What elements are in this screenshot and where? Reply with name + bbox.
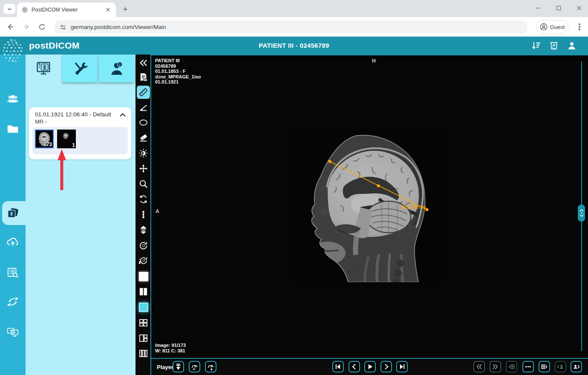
chevron-down-icon: [7, 7, 12, 12]
player-label: Player: [157, 364, 173, 370]
orientation-marker-left: A: [156, 208, 159, 214]
tab-close-icon[interactable]: ✕: [104, 6, 112, 14]
study-collapse-icon[interactable]: [119, 112, 126, 119]
patient-next-button[interactable]: [571, 361, 582, 372]
ellipse-roi-button[interactable]: [137, 116, 150, 129]
layout-2x2-button[interactable]: [137, 316, 150, 329]
sidebar-item-remote[interactable]: [0, 320, 26, 343]
site-settings-icon[interactable]: [60, 24, 66, 31]
speed-increase-button[interactable]: [205, 361, 216, 372]
series-thumbnail-selected[interactable]: 173: [35, 130, 54, 148]
stack-scrollbar-handle[interactable]: [578, 205, 585, 222]
profile-label: Guest: [550, 24, 565, 30]
forward-button[interactable]: [20, 21, 32, 33]
first-frame-button[interactable]: [332, 361, 344, 372]
series-thumbnail-2[interactable]: 1: [57, 130, 76, 148]
last-frame-button[interactable]: [396, 361, 408, 372]
sidebar-item-sync[interactable]: [0, 291, 26, 313]
pan-button[interactable]: [137, 162, 150, 175]
sort-list-icon[interactable]: [531, 40, 542, 51]
layout-1-2-button[interactable]: [137, 332, 150, 345]
tab-viewer[interactable]: [26, 55, 61, 82]
patient-info-overlay: PATIENT III 02456789 01.01.1853 - F dzne…: [155, 58, 201, 85]
account-icon[interactable]: [567, 40, 578, 51]
reset-settings-button[interactable]: [137, 239, 150, 252]
next-frame-button[interactable]: [380, 361, 392, 372]
sidebar-item-image-viewer[interactable]: [0, 202, 26, 224]
measurement-value[interactable]: 183.96mm: [394, 204, 426, 210]
orientation-marker-top: H: [372, 58, 376, 64]
sidebar-item-worklist[interactable]: [0, 262, 26, 284]
previous-frame-button[interactable]: [349, 361, 360, 372]
stack-sort-button[interactable]: [137, 223, 150, 237]
thumbnail-image-count: 173: [43, 141, 52, 147]
window-close-button[interactable]: [573, 3, 585, 14]
image-counter: Image: 91/173: [155, 343, 186, 348]
recycle-bin-icon[interactable]: [549, 40, 560, 51]
angle-measure-button[interactable]: [137, 101, 150, 114]
patient-name: PATIENT III: [155, 58, 201, 63]
report-view-button[interactable]: [137, 71, 150, 84]
patient-dob-sex: 01.01.1853 - F: [155, 69, 201, 74]
tab-search-button[interactable]: [3, 4, 15, 14]
browser-profile-button[interactable]: Guest: [536, 20, 568, 34]
back-button[interactable]: [4, 21, 16, 33]
postdicom-brand-mark: [1, 38, 25, 63]
sidebar-item-patients[interactable]: [0, 88, 26, 110]
cloud-upload-icon: [6, 236, 19, 248]
previous-study-button[interactable]: [473, 361, 485, 372]
zoom-button[interactable]: [137, 177, 150, 190]
next-study-button[interactable]: [490, 361, 501, 372]
patient-previous-button[interactable]: [555, 361, 566, 372]
scroll-stack-button[interactable]: [137, 208, 150, 221]
folder-icon: [6, 122, 19, 135]
study-card[interactable]: 01.01.1921 12:06:40 - Default MR - 173: [29, 107, 131, 159]
study-date: 01.01.1921: [155, 79, 201, 85]
address-bar[interactable]: germany.postdicom.com/Viewer/Main: [54, 20, 527, 34]
main-sidebar: [0, 55, 26, 375]
window-maximize-button[interactable]: [552, 3, 565, 14]
image-viewport[interactable]: 183.96mm PATIENT III 02456789 01.01.1853…: [151, 55, 588, 358]
window-minimize-button[interactable]: [532, 3, 545, 14]
study-modality: MR -: [35, 118, 47, 125]
viewer-tool-column: [135, 55, 151, 375]
sidebar-item-upload[interactable]: [0, 231, 26, 253]
player-bar: Player: [151, 358, 588, 375]
url-text: germany.postdicom.com/Viewer/Main: [71, 24, 166, 30]
more-options-button[interactable]: [522, 361, 534, 372]
layout-current-button[interactable]: [137, 300, 150, 314]
window-level-button[interactable]: [137, 147, 150, 160]
ruler-measure-button[interactable]: [137, 86, 150, 99]
sync-arrows-icon: [6, 295, 19, 308]
layout-1x1-button[interactable]: [137, 270, 150, 283]
collapse-panel-button[interactable]: [137, 56, 150, 69]
tab-tools[interactable]: [62, 55, 98, 82]
xray-images-icon: [6, 207, 19, 219]
series-thumbnail-strip: 173 1: [32, 127, 128, 154]
layout-2col-button[interactable]: [137, 285, 150, 298]
browser-toolbar: germany.postdicom.com/Viewer/Main Guest: [0, 17, 588, 37]
rotate-button[interactable]: [137, 193, 150, 206]
new-tab-button[interactable]: +: [120, 4, 130, 14]
fps-download-button[interactable]: [173, 361, 184, 372]
study-title: 01.01.1921 12:06:40 - Default: [35, 111, 116, 118]
image-status-overlay: Image: 91/173 W: 811 C: 381: [155, 343, 186, 354]
reset-enhance-button[interactable]: [137, 254, 150, 267]
tools-wrench-icon: [72, 61, 89, 76]
eraser-button[interactable]: [137, 131, 150, 144]
monitor-xray-icon: [35, 61, 52, 76]
grid-next-button[interactable]: [539, 361, 550, 372]
tab-user-info[interactable]: i: [99, 55, 134, 82]
thumbnail-image-count: 1: [72, 142, 75, 148]
play-button[interactable]: [364, 361, 376, 372]
remote-network-icon: [6, 325, 19, 338]
browser-tab[interactable]: PostDICOM Viewer ✕: [17, 3, 116, 17]
app-header: postDICOM PATIENT III - 02456789: [0, 37, 588, 55]
reload-button[interactable]: [36, 21, 48, 33]
grid-previous-button[interactable]: [506, 361, 517, 372]
browser-menu-button[interactable]: [575, 21, 584, 32]
sidebar-item-folders[interactable]: [0, 118, 26, 140]
profile-avatar-icon: [540, 23, 548, 31]
speed-decrease-button[interactable]: [189, 361, 200, 372]
tab-title: PostDICOM Viewer: [32, 7, 104, 13]
